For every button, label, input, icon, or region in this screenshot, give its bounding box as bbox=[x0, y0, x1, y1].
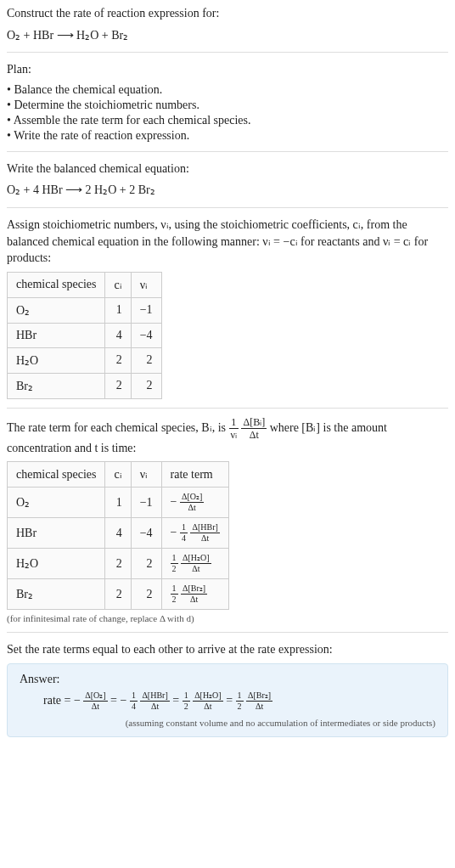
cell-species: Br₂ bbox=[8, 373, 105, 398]
table-header-row: chemical species cᵢ νᵢ rate term bbox=[8, 462, 229, 488]
rateterm-table: chemical species cᵢ νᵢ rate term O₂ 1 −1… bbox=[7, 461, 229, 610]
cell-rate: − 1 4 Δ[HBr] Δt bbox=[161, 518, 228, 549]
rate-dfrac: Δ[H₂O] Δt bbox=[181, 554, 211, 573]
table-row: Br₂ 2 2 1 2 Δ[Br₂] Δt bbox=[8, 579, 229, 610]
plan-item: • Write the rate of reaction expression. bbox=[7, 129, 448, 143]
cell-rate: 1 2 Δ[H₂O] Δt bbox=[161, 549, 228, 579]
cell-v: 2 bbox=[131, 373, 161, 398]
cell-rate: 1 2 Δ[Br₂] Δt bbox=[161, 579, 228, 610]
cell-c: 4 bbox=[105, 518, 131, 549]
cell-species: H₂O bbox=[8, 347, 105, 373]
answer-note: (assuming constant volume and no accumul… bbox=[20, 718, 435, 728]
cell-c: 2 bbox=[105, 549, 131, 579]
rate-coef: 1 2 bbox=[171, 584, 178, 604]
cell-species: Br₂ bbox=[8, 579, 105, 610]
frac-den: νᵢ bbox=[229, 429, 239, 440]
rateterm-text: The rate term for each chemical species,… bbox=[7, 417, 448, 457]
table-row: HBr 4 −4 bbox=[8, 323, 162, 347]
frac-num: 1 bbox=[130, 691, 138, 702]
rateterm-pre: The rate term for each chemical species,… bbox=[7, 420, 229, 433]
frac-num: Δ[Bᵢ] bbox=[241, 417, 267, 429]
divider bbox=[7, 632, 448, 633]
frac-num: Δ[O₂] bbox=[180, 493, 204, 503]
frac-den: 2 bbox=[171, 564, 178, 573]
frac-num: 1 bbox=[229, 417, 239, 429]
rate-coef: 1 4 bbox=[180, 523, 188, 543]
rate-coef: 1 2 bbox=[171, 554, 178, 573]
col-c: cᵢ bbox=[105, 272, 131, 297]
table-row: O₂ 1 −1 − Δ[O₂] Δt bbox=[8, 488, 229, 518]
eq: = bbox=[172, 694, 182, 707]
frac-den: Δt bbox=[140, 702, 169, 711]
table-row: O₂ 1 −1 bbox=[8, 297, 162, 323]
stoich-table: chemical species cᵢ νᵢ O₂ 1 −1 HBr 4 −4 … bbox=[7, 272, 162, 399]
term-coef: 1 4 bbox=[130, 691, 138, 711]
cell-v: −4 bbox=[131, 518, 161, 549]
rateterm-note: (for infinitesimal rate of change, repla… bbox=[7, 613, 448, 623]
frac-den: Δt bbox=[181, 564, 211, 573]
frac-num: Δ[Br₂] bbox=[181, 584, 207, 595]
cell-v: −4 bbox=[131, 323, 161, 347]
prompt-title: Construct the rate of reaction expressio… bbox=[7, 5, 448, 22]
answer-expression: rate = − Δ[O₂] Δt = − 1 4 Δ[HBr] Δt = 1 … bbox=[43, 691, 435, 711]
cell-species: O₂ bbox=[8, 488, 105, 518]
plan-heading: Plan: bbox=[7, 61, 448, 78]
stoich-text: Assign stoichiometric numbers, νᵢ, using… bbox=[7, 217, 448, 267]
cell-v: 2 bbox=[131, 549, 161, 579]
rateterm-frac2: Δ[Bᵢ] Δt bbox=[241, 417, 267, 440]
divider bbox=[7, 207, 448, 208]
frac-den: Δt bbox=[180, 503, 204, 512]
frac-num: 1 bbox=[171, 584, 178, 595]
frac-num: 1 bbox=[183, 691, 190, 702]
term-sign: − bbox=[121, 694, 127, 707]
frac-num: Δ[Br₂] bbox=[246, 691, 272, 702]
term-dfrac: Δ[O₂] Δt bbox=[83, 691, 107, 711]
frac-den: 2 bbox=[236, 702, 244, 711]
frac-den: Δt bbox=[193, 702, 223, 711]
frac-num: Δ[O₂] bbox=[83, 691, 107, 702]
cell-species: O₂ bbox=[8, 297, 105, 323]
table-header-row: chemical species cᵢ νᵢ bbox=[8, 272, 162, 297]
table-row: Br₂ 2 2 bbox=[8, 373, 162, 398]
cell-species: HBr bbox=[8, 323, 105, 347]
frac-den: 4 bbox=[180, 533, 188, 543]
frac-den: 4 bbox=[130, 702, 138, 711]
answer-box: Answer: rate = − Δ[O₂] Δt = − 1 4 Δ[HBr]… bbox=[7, 663, 448, 737]
plan-item: • Balance the chemical equation. bbox=[7, 83, 448, 97]
rateterm-frac1: 1 νᵢ bbox=[229, 417, 239, 440]
frac-den: Δt bbox=[246, 702, 272, 711]
cell-rate: − Δ[O₂] Δt bbox=[161, 488, 228, 518]
document-root: Construct the rate of reaction expressio… bbox=[0, 0, 455, 744]
term-dfrac: Δ[H₂O] Δt bbox=[193, 691, 223, 711]
rate-dfrac: Δ[Br₂] Δt bbox=[181, 584, 207, 604]
cell-species: HBr bbox=[8, 518, 105, 549]
table-row: HBr 4 −4 − 1 4 Δ[HBr] Δt bbox=[8, 518, 229, 549]
table-row: H₂O 2 2 1 2 Δ[H₂O] Δt bbox=[8, 549, 229, 579]
answer-label: Answer: bbox=[20, 673, 435, 686]
cell-v: −1 bbox=[131, 488, 161, 518]
table-row: H₂O 2 2 bbox=[8, 347, 162, 373]
cell-c: 2 bbox=[105, 579, 131, 610]
frac-num: 1 bbox=[180, 523, 188, 533]
divider bbox=[7, 52, 448, 53]
cell-v: 2 bbox=[131, 347, 161, 373]
final-heading: Set the rate terms equal to each other t… bbox=[7, 641, 448, 658]
col-c: cᵢ bbox=[105, 462, 131, 488]
plan-item: • Assemble the rate term for each chemic… bbox=[7, 114, 448, 127]
balanced-equation: O₂ + 4 HBr ⟶ 2 H₂O + 2 Br₂ bbox=[7, 182, 448, 199]
frac-den: Δt bbox=[241, 429, 267, 440]
frac-num: Δ[HBr] bbox=[140, 691, 169, 702]
term-coef: 1 2 bbox=[183, 691, 190, 711]
term-sign: − bbox=[74, 694, 81, 707]
col-species: chemical species bbox=[8, 272, 105, 297]
col-v: νᵢ bbox=[131, 272, 161, 297]
col-species: chemical species bbox=[8, 462, 105, 488]
rate-sign: − bbox=[171, 495, 177, 508]
col-v: νᵢ bbox=[131, 462, 161, 488]
frac-num: 1 bbox=[236, 691, 244, 702]
rate-dfrac: Δ[O₂] Δt bbox=[180, 493, 204, 512]
cell-v: −1 bbox=[131, 297, 161, 323]
eq: = bbox=[110, 694, 120, 707]
frac-den: 2 bbox=[171, 595, 178, 604]
frac-den: Δt bbox=[181, 595, 207, 604]
